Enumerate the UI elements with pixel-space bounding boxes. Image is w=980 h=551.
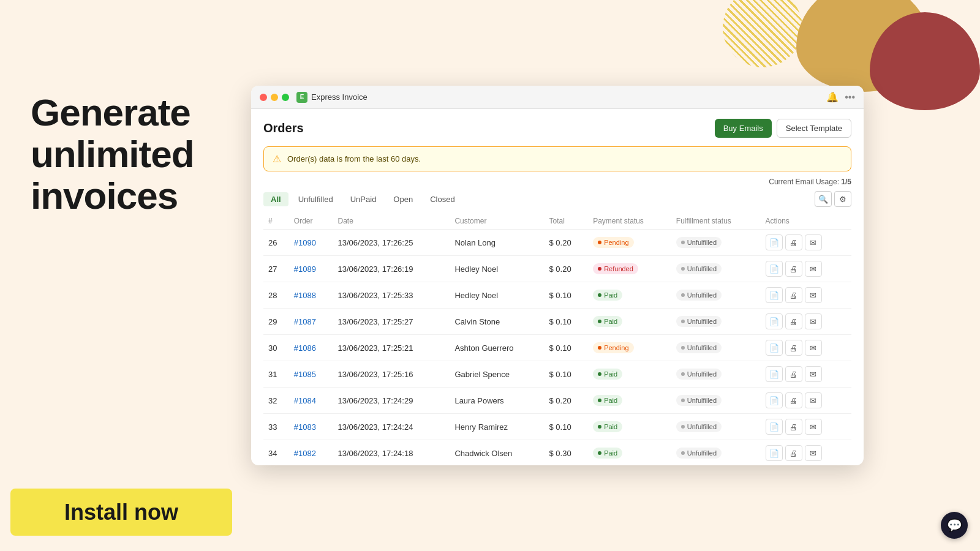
cell-date: 13/06/2023, 17:25:16 [333,361,450,388]
fulfillment-badge: Unfulfilled [676,342,722,353]
print-button[interactable]: 🖨 [785,419,802,435]
search-button[interactable]: 🔍 [815,191,832,207]
download-button[interactable]: 📄 [766,234,783,250]
email-button[interactable]: ✉ [805,366,822,382]
order-link[interactable]: #1088 [294,291,316,300]
download-button[interactable]: 📄 [766,261,783,277]
select-template-button[interactable]: Select Template [777,119,851,138]
cell-actions: 📄 🖨 ✉ [761,440,851,466]
print-button[interactable]: 🖨 [785,445,802,461]
install-now-button[interactable]: Install now [10,489,232,536]
order-link[interactable]: #1084 [294,396,316,405]
cell-date: 13/06/2023, 17:26:19 [333,256,450,282]
table-row: 30 #1086 13/06/2023, 17:25:21 Ashton Gue… [263,335,851,361]
cell-customer: Hedley Noel [450,256,544,282]
app-title: Express Invoice [311,92,368,102]
payment-badge: Pending [593,237,633,248]
payment-badge: Paid [593,369,622,380]
col-fulfillment-status: Fulfillment status [671,213,761,230]
traffic-light-red[interactable] [260,94,267,101]
cell-actions: 📄 🖨 ✉ [761,256,851,282]
email-button[interactable]: ✉ [805,419,822,435]
alert-banner: ⚠ Order(s) data is from the last 60 days… [263,146,851,171]
print-button[interactable]: 🖨 [785,366,802,382]
app-window: E Express Invoice 🔔 ••• Orders Buy Email… [251,86,864,465]
download-button[interactable]: 📄 [766,419,783,435]
action-buttons: 📄 🖨 ✉ [766,313,846,329]
tab-all[interactable]: All [263,192,288,206]
app-icon: E [296,92,307,103]
order-link[interactable]: #1090 [294,238,316,247]
tab-closed[interactable]: Closed [423,192,462,206]
cell-fulfillment: Unfulfilled [671,335,761,361]
download-button[interactable]: 📄 [766,287,783,303]
notification-icon[interactable]: 🔔 [826,91,839,103]
cell-actions: 📄 🖨 ✉ [761,414,851,440]
cell-num: 28 [263,282,289,309]
fulfillment-badge: Unfulfilled [676,263,722,274]
email-usage: Current Email Usage: 1/5 [263,178,851,186]
action-buttons: 📄 🖨 ✉ [766,392,846,408]
filter-button[interactable]: ⚙ [834,191,851,207]
cell-num: 32 [263,388,289,414]
cell-total: $ 0.20 [544,388,588,414]
traffic-light-green[interactable] [282,94,289,101]
print-button[interactable]: 🖨 [785,313,802,329]
deco-circle-yellow [723,0,802,67]
email-button[interactable]: ✉ [805,261,822,277]
order-link[interactable]: #1082 [294,449,316,458]
print-button[interactable]: 🖨 [785,340,802,356]
order-link[interactable]: #1085 [294,370,316,379]
cell-total: $ 0.10 [544,309,588,335]
cell-fulfillment: Unfulfilled [671,388,761,414]
cell-total: $ 0.10 [544,335,588,361]
tab-unfulfilled[interactable]: Unfulfilled [291,192,341,206]
header-buttons: Buy Emails Select Template [715,119,851,138]
action-buttons: 📄 🖨 ✉ [766,340,846,356]
print-button[interactable]: 🖨 [785,392,802,408]
cell-num: 27 [263,256,289,282]
order-link[interactable]: #1087 [294,317,316,326]
download-button[interactable]: 📄 [766,313,783,329]
orders-table: # Order Date Customer Total Payment stat… [263,213,851,465]
payment-badge: Paid [593,448,622,459]
order-link[interactable]: #1086 [294,343,316,353]
cell-order: #1086 [289,335,333,361]
print-button[interactable]: 🖨 [785,261,802,277]
cell-date: 13/06/2023, 17:26:25 [333,230,450,256]
print-button[interactable]: 🖨 [785,287,802,303]
install-now-label: Install now [64,500,178,525]
order-link[interactable]: #1089 [294,264,316,274]
content-area: Orders Buy Emails Select Template ⚠ Orde… [251,109,864,465]
fulfillment-badge: Unfulfilled [676,237,722,248]
cell-total: $ 0.10 [544,361,588,388]
table-row: 33 #1083 13/06/2023, 17:24:24 Henry Rami… [263,414,851,440]
email-button[interactable]: ✉ [805,392,822,408]
download-button[interactable]: 📄 [766,392,783,408]
buy-emails-button[interactable]: Buy Emails [715,119,772,138]
cell-total: $ 0.10 [544,414,588,440]
cell-actions: 📄 🖨 ✉ [761,282,851,309]
download-button[interactable]: 📄 [766,340,783,356]
traffic-light-yellow[interactable] [271,94,278,101]
print-button[interactable]: 🖨 [785,234,802,250]
email-button[interactable]: ✉ [805,445,822,461]
order-link[interactable]: #1083 [294,422,316,432]
cell-actions: 📄 🖨 ✉ [761,335,851,361]
tab-unpaid[interactable]: UnPaid [343,192,384,206]
download-button[interactable]: 📄 [766,445,783,461]
email-button[interactable]: ✉ [805,340,822,356]
chat-bubble[interactable]: 💬 [941,512,968,539]
action-buttons: 📄 🖨 ✉ [766,445,846,461]
cell-fulfillment: Unfulfilled [671,440,761,466]
more-icon[interactable]: ••• [845,92,855,103]
cell-num: 30 [263,335,289,361]
cell-num: 29 [263,309,289,335]
email-button[interactable]: ✉ [805,234,822,250]
email-button[interactable]: ✉ [805,313,822,329]
table-header-row: # Order Date Customer Total Payment stat… [263,213,851,230]
email-button[interactable]: ✉ [805,287,822,303]
download-button[interactable]: 📄 [766,366,783,382]
col-payment-status: Payment status [588,213,671,230]
tab-open[interactable]: Open [386,192,420,206]
